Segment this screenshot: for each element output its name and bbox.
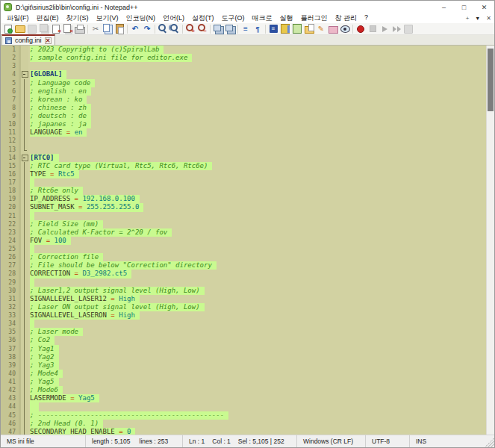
editor-line-15[interactable]: 15; RTC card type (Virtual, Rtc5, Rtc6, … [1,162,494,170]
line-text[interactable] [28,245,494,253]
tab-config-ini[interactable]: config.ini ✕ [1,34,55,45]
menu-item-6[interactable]: 설정(T) [188,13,218,23]
folder-workspace-icon[interactable] [303,24,315,34]
line-text[interactable]: ; Mode6 [28,386,494,394]
line-number[interactable]: 29 [1,279,19,287]
line-text[interactable]: ; Laser ON output signal level (High, Lo… [28,303,494,311]
replace-icon[interactable] [169,24,181,34]
fold-collapse-icon[interactable] [21,154,28,162]
editor-line-38[interactable]: 38; Yag2 [1,353,494,361]
menu-item-2[interactable]: 찾기(S) [63,13,93,23]
menu-dropdown-icon[interactable]: ▼ [475,16,480,21]
editor-line-36[interactable]: 36; Co2 [1,336,494,344]
editor-line-23[interactable]: 23; Calculated K-Factor = 2^20 / fov [1,228,494,237]
line-text[interactable]: ; Language code [28,79,494,87]
function-list-icon[interactable] [267,24,279,34]
line-text[interactable]: ; Mode4 [28,370,494,378]
editor-line-9[interactable]: 9; deutsch : de [1,112,494,120]
line-text[interactable]: ; chinese : zh [28,104,494,112]
print-icon[interactable] [74,24,86,34]
line-text[interactable]: SUBNET_MASK = 255.255.255.0 [28,203,494,211]
editor-line-18[interactable]: 18; Rtc6e only [1,187,494,195]
line-text[interactable]: ; Laser mode [28,328,494,336]
fold-collapse-icon[interactable] [21,70,28,78]
menu-item-9[interactable]: 실행 [276,13,297,23]
editor-line-28[interactable]: 28CORRECTION = D3_2982.ct5 [1,270,494,278]
line-text[interactable]: ; Yag5 [28,378,494,386]
editor-line-30[interactable]: 30; Laser1,2 output signal level (High, … [1,287,494,295]
line-text[interactable] [28,62,494,70]
macro-record-icon[interactable] [355,24,367,34]
folder-pink-icon[interactable] [327,24,339,34]
line-text[interactable]: ; --------------------------------------… [28,411,494,420]
close-icon[interactable]: ✕ [474,1,494,13]
line-text[interactable]: ; Calculated K-Factor = 2^20 / fov [28,228,494,237]
line-text[interactable]: LANGUAGE = en [28,128,494,137]
line-number[interactable]: 11 [1,128,19,137]
editor-line-8[interactable]: 8; chinese : zh [1,104,494,112]
line-text[interactable]: ; Rtc6e only [28,187,494,195]
menu-item-1[interactable]: 편집(E) [33,13,63,23]
line-number[interactable]: 33 [1,311,19,320]
editor-line-3[interactable]: 3 [1,62,494,70]
menu-item-3[interactable]: 보기(V) [93,13,122,23]
tab-close-icon[interactable]: ✕ [45,37,52,44]
line-number[interactable]: 21 [1,212,19,220]
editor-line-6[interactable]: 6; english : en [1,87,494,96]
status-insert-mode[interactable]: INS [410,435,494,447]
line-text[interactable] [28,212,494,220]
editor-line-43[interactable]: 43LASERMODE = Yag5 [1,394,494,402]
editor-line-10[interactable]: 10; japanes : ja [1,120,494,128]
line-text[interactable]: CORRECTION = D3_2982.ct5 [28,270,494,278]
line-number[interactable]: 22 [1,220,19,228]
line-number[interactable]: 39 [1,361,19,370]
editor-line-24[interactable]: 24FOV = 100 [1,237,494,245]
editor-line-25[interactable]: 25 [1,245,494,253]
line-text[interactable]: ; english : en [28,87,494,96]
editor-line-34[interactable]: 34 [1,320,494,328]
line-number[interactable]: 17 [1,178,19,187]
find-icon[interactable] [157,24,169,34]
editor-line-1[interactable]: 1; 2023 Copyright to (c)SpiralLab [1,46,494,54]
line-text[interactable]: [RTC0] [28,154,494,162]
editor-line-16[interactable]: 16TYPE = Rtc5 [1,170,494,178]
line-number[interactable]: 4 [1,70,19,78]
line-number[interactable]: 31 [1,295,19,303]
line-number[interactable]: 15 [1,162,19,170]
status-eol-format[interactable]: Windows (CR LF) [297,435,366,447]
line-number[interactable]: 28 [1,270,19,278]
line-text[interactable]: SIGNALLEVEL_LASERON = High [28,311,494,320]
line-number[interactable]: 40 [1,370,19,378]
open-file-icon[interactable] [14,24,26,34]
line-number[interactable]: 9 [1,112,19,120]
line-text[interactable]: SIGNALLEVEL_LASER12 = High [28,295,494,303]
line-text[interactable]: ; deutsch : de [28,112,494,120]
copy-icon[interactable] [102,24,113,34]
line-text[interactable]: TYPE = Rtc5 [28,170,494,178]
editor-line-33[interactable]: 33SIGNALLEVEL_LASERON = High [1,311,494,320]
line-number[interactable]: 44 [1,402,19,411]
line-text[interactable]: ; korean : ko [28,96,494,104]
line-number[interactable]: 3 [1,62,19,70]
editor-line-7[interactable]: 7; korean : ko [1,96,494,104]
line-text[interactable]: ; RTC card type (Virtual, Rtc5, Rtc6, Rt… [28,162,494,170]
menu-item-8[interactable]: 매크로 [249,13,276,23]
line-number[interactable]: 24 [1,237,19,245]
editor-line-20[interactable]: 20SUBNET_MASK = 255.255.255.0 [1,203,494,211]
cut-icon[interactable] [90,24,102,34]
line-number[interactable]: 2 [1,54,19,62]
line-number[interactable]: 25 [1,245,19,253]
editor-line-29[interactable]: 29 [1,279,494,287]
editor-line-37[interactable]: 37; Yag1 [1,345,494,353]
document-list-icon[interactable] [291,24,303,34]
line-text[interactable]: ; File should be below "Correction" dire… [28,261,494,270]
editor-line-22[interactable]: 22; Field Size (mm) [1,220,494,228]
close-icon[interactable] [50,24,62,34]
line-text[interactable] [28,178,494,187]
editor-line-19[interactable]: 19IP_ADDRESS = 192.168.0.100 [1,195,494,203]
editor-line-41[interactable]: 41; Yag5 [1,378,494,386]
zoom-in-icon[interactable] [184,24,196,34]
line-text[interactable] [28,402,494,411]
line-number[interactable]: 12 [1,137,19,145]
menu-item-12[interactable]: ? [361,13,372,23]
